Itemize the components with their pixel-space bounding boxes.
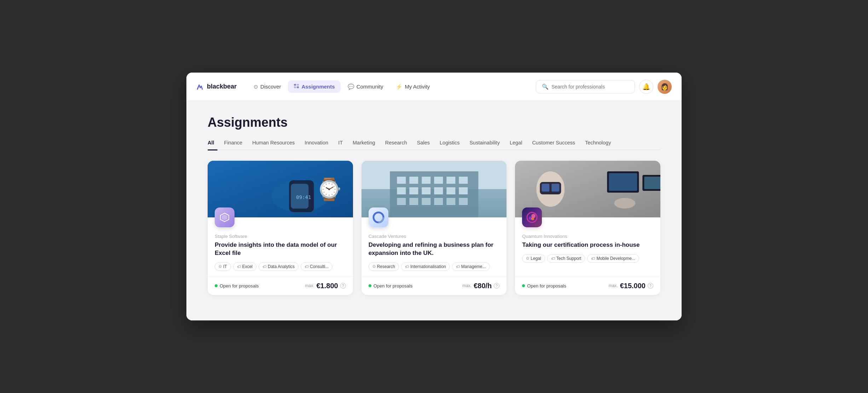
svg-rect-19 bbox=[459, 177, 468, 184]
svg-rect-23 bbox=[434, 187, 443, 194]
tag-excel[interactable]: 🏷 Excel bbox=[233, 262, 256, 271]
logo[interactable]: blackbear bbox=[196, 83, 237, 91]
open-badge-staple: Open for proposals bbox=[215, 283, 259, 289]
svg-rect-30 bbox=[446, 198, 455, 205]
filter-sales[interactable]: Sales bbox=[417, 140, 430, 150]
card-footer-cascade: Open for proposals max. €80/h ? bbox=[361, 277, 507, 295]
svg-rect-21 bbox=[409, 187, 418, 194]
svg-rect-27 bbox=[409, 198, 418, 205]
logo-icon bbox=[196, 83, 204, 91]
filter-tabs: All Finance Human Resources Innovation I… bbox=[208, 140, 660, 150]
svg-rect-36 bbox=[542, 184, 550, 192]
svg-rect-1 bbox=[297, 84, 299, 86]
tag-legal[interactable]: ⊙ Legal bbox=[522, 254, 545, 263]
notification-bell[interactable]: 🔔 bbox=[639, 80, 653, 94]
price-value-quantum: €15.000 bbox=[620, 282, 646, 290]
price-label-quantum: max. bbox=[609, 283, 618, 288]
card-staple[interactable]: 09:41 Staple Software Provide insights i… bbox=[208, 161, 353, 295]
browser-shell: blackbear ⊙ Discover Assignments bbox=[186, 73, 682, 320]
discover-icon: ⊙ bbox=[254, 84, 258, 90]
filter-it[interactable]: IT bbox=[338, 140, 343, 150]
nav-right: 🔍 🔔 👩 bbox=[536, 80, 672, 94]
info-icon-quantum[interactable]: ? bbox=[648, 283, 653, 289]
tag-mobile-dev[interactable]: 🏷 Mobile Developme... bbox=[587, 254, 639, 263]
tag-legal-icon: ⊙ bbox=[526, 256, 529, 261]
card-quantum[interactable]: Quamtum Innovations Taking our certifica… bbox=[515, 161, 660, 295]
price-label-cascade: max. bbox=[462, 283, 471, 288]
search-box[interactable]: 🔍 bbox=[536, 80, 635, 93]
filter-marketing[interactable]: Marketing bbox=[353, 140, 375, 150]
tag-management[interactable]: 🏷 Manageme... bbox=[452, 262, 490, 271]
svg-rect-26 bbox=[397, 198, 406, 205]
info-icon-staple[interactable]: ? bbox=[340, 283, 346, 289]
filter-finance[interactable]: Finance bbox=[224, 140, 243, 150]
price-area-staple: max. €1.800 ? bbox=[305, 282, 346, 290]
card-body-cascade: Cascade Ventures Developing and refining… bbox=[361, 227, 507, 277]
green-dot-quantum bbox=[522, 284, 525, 287]
tag-it-icon: ⊙ bbox=[219, 264, 222, 269]
price-area-quantum: max. €15.000 ? bbox=[609, 282, 653, 290]
filter-hr[interactable]: Human Resources bbox=[252, 140, 295, 150]
svg-rect-16 bbox=[422, 177, 430, 184]
tag-excel-icon: 🏷 bbox=[237, 264, 241, 269]
avatar-image: 👩 bbox=[661, 83, 669, 91]
tags-cascade: ⊙ Research 🏷 Internationalisation 🏷 Mana… bbox=[369, 262, 500, 271]
tag-data-analytics[interactable]: 🏷 Data Analytics bbox=[259, 262, 299, 271]
company-name-quantum: Quamtum Innovations bbox=[522, 234, 653, 239]
card-title-staple: Provide insights into the data model of … bbox=[215, 241, 346, 257]
svg-rect-31 bbox=[459, 198, 468, 205]
filter-customer-success[interactable]: Customer Success bbox=[532, 140, 575, 150]
info-icon-cascade[interactable]: ? bbox=[494, 283, 499, 289]
svg-rect-29 bbox=[434, 198, 443, 205]
card-footer-staple: Open for proposals max. €1.800 ? bbox=[208, 277, 353, 295]
tags-quantum: ⊙ Legal 🏷 Tech Support 🏷 Mobile Developm… bbox=[522, 254, 653, 263]
filter-technology[interactable]: Technology bbox=[585, 140, 611, 150]
navbar: blackbear ⊙ Discover Assignments bbox=[186, 73, 682, 101]
filter-legal[interactable]: Legal bbox=[510, 140, 522, 150]
nav-community[interactable]: 💬 Community bbox=[342, 81, 389, 93]
svg-rect-0 bbox=[294, 84, 296, 86]
tag-internationalisation[interactable]: 🏷 Internationalisation bbox=[401, 262, 450, 271]
filter-research[interactable]: Research bbox=[385, 140, 407, 150]
tag-consulting[interactable]: 🏷 Consulti... bbox=[301, 262, 332, 271]
search-input[interactable] bbox=[551, 84, 629, 90]
card-cascade[interactable]: Cascade Ventures Developing and refining… bbox=[361, 161, 507, 295]
open-badge-cascade: Open for proposals bbox=[369, 283, 413, 289]
card-body-staple: Staple Software Provide insights into th… bbox=[208, 227, 353, 277]
svg-text:09:41: 09:41 bbox=[296, 194, 311, 200]
card-logo-quantum bbox=[522, 207, 542, 227]
filter-sustainability[interactable]: Sustainability bbox=[469, 140, 499, 150]
company-name-staple: Staple Software bbox=[215, 234, 346, 239]
svg-rect-25 bbox=[459, 187, 468, 194]
svg-rect-24 bbox=[446, 187, 455, 194]
filter-all[interactable]: All bbox=[208, 140, 214, 150]
nav-discover[interactable]: ⊙ Discover bbox=[248, 81, 287, 93]
open-badge-quantum: Open for proposals bbox=[522, 283, 566, 289]
tag-consulting-icon: 🏷 bbox=[305, 264, 308, 269]
nav-links: ⊙ Discover Assignments 💬 Community bbox=[248, 80, 533, 93]
svg-point-46 bbox=[531, 217, 534, 220]
tag-research[interactable]: ⊙ Research bbox=[369, 262, 399, 271]
nav-activity[interactable]: ⚡ My Activity bbox=[390, 81, 435, 93]
svg-rect-15 bbox=[409, 177, 418, 184]
tag-tech-support[interactable]: 🏷 Tech Support bbox=[547, 254, 585, 263]
filter-innovation[interactable]: Innovation bbox=[305, 140, 328, 150]
community-icon: 💬 bbox=[348, 84, 354, 90]
tag-it[interactable]: ⊙ IT bbox=[215, 262, 231, 271]
card-title-cascade: Developing and refining a business plan … bbox=[369, 241, 500, 257]
tag-research-icon: ⊙ bbox=[372, 264, 376, 269]
avatar[interactable]: 👩 bbox=[658, 80, 672, 94]
svg-point-42 bbox=[614, 198, 636, 209]
green-dot-staple bbox=[215, 284, 218, 287]
nav-assignments[interactable]: Assignments bbox=[288, 80, 340, 93]
company-name-cascade: Cascade Ventures bbox=[369, 234, 500, 239]
tags-staple: ⊙ IT 🏷 Excel 🏷 Data Analytics 🏷 bbox=[215, 262, 346, 271]
card-logo-cascade bbox=[369, 207, 388, 227]
card-logo-staple bbox=[215, 207, 235, 227]
price-area-cascade: max. €80/h ? bbox=[462, 282, 499, 290]
assignments-icon bbox=[294, 83, 299, 90]
svg-rect-41 bbox=[644, 177, 660, 189]
tag-analytics-icon: 🏷 bbox=[262, 264, 266, 269]
cards-grid: 09:41 Staple Software Provide insights i… bbox=[208, 161, 660, 295]
filter-logistics[interactable]: Logistics bbox=[440, 140, 459, 150]
